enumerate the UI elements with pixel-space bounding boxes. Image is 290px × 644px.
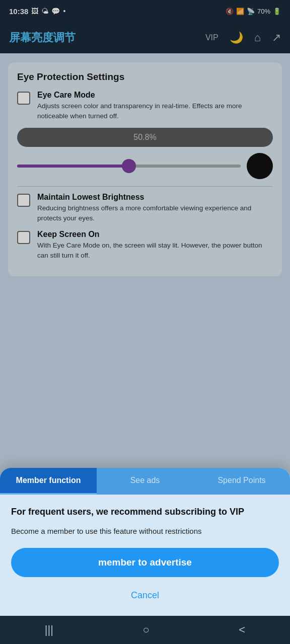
- tab-see-ads[interactable]: See ads: [97, 468, 193, 495]
- tab-spend-points[interactable]: Spend Points: [193, 468, 290, 495]
- modal-tabs: Member function See ads Spend Points: [0, 468, 290, 495]
- cancel-button[interactable]: Cancel: [11, 584, 279, 607]
- nav-home-icon[interactable]: ○: [143, 623, 150, 636]
- nav-back-icon[interactable]: <: [239, 623, 245, 636]
- modal-description: Become a member to use this feature with…: [11, 526, 279, 537]
- modal-headline: For frequent users, we recommend subscri…: [11, 506, 279, 518]
- member-advertise-button[interactable]: member to advertise: [11, 548, 279, 577]
- navigation-bar: ||| ○ <: [0, 616, 290, 644]
- tab-member-function[interactable]: Member function: [0, 468, 97, 495]
- modal-body: For frequent users, we recommend subscri…: [0, 495, 290, 616]
- bottom-modal: Member function See ads Spend Points For…: [0, 468, 290, 616]
- nav-recents-icon[interactable]: |||: [45, 623, 53, 636]
